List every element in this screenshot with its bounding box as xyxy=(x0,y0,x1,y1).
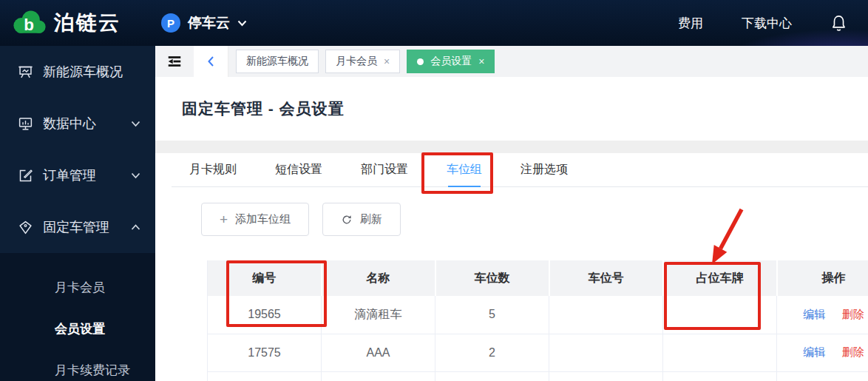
notification-bell-icon[interactable] xyxy=(830,14,847,33)
tab-monthly-card-rules[interactable]: 月卡规则 xyxy=(189,153,237,186)
tab-registration-options[interactable]: 注册选项 xyxy=(521,153,568,186)
tab-label: 部门设置 xyxy=(361,162,408,178)
tab-label: 新能源车概况 xyxy=(246,55,308,68)
cell-actions: 编辑 删除 xyxy=(777,334,868,371)
sidebar-item-order-management[interactable]: 订单管理 xyxy=(0,149,155,201)
table-row: 19565 滴滴租车 5 编辑 删除 xyxy=(208,296,868,334)
brand-name: 泊链云 xyxy=(54,9,121,37)
page-title: 固定车管理 - 会员设置 xyxy=(182,98,345,119)
plus-icon: + xyxy=(220,212,228,226)
table-row-partial xyxy=(208,371,868,381)
cell-occupy-plate xyxy=(663,296,777,334)
header-nav: 费用 下载中心 xyxy=(678,14,868,33)
cell-occupy-plate xyxy=(663,334,777,371)
add-parking-space-group-button[interactable]: + 添加车位组 xyxy=(201,203,309,236)
edit-link[interactable]: 编辑 xyxy=(803,345,825,358)
cell-space-no xyxy=(549,334,663,371)
tab-ev-overview[interactable]: 新能源车概况 xyxy=(236,50,319,73)
sidebar: 新能源车概况 数据中心 订单管理 xyxy=(0,46,155,381)
collapse-sidebar-button[interactable] xyxy=(155,46,194,77)
tab-department-settings[interactable]: 部门设置 xyxy=(361,153,408,186)
edit-link[interactable]: 编辑 xyxy=(803,308,825,320)
tab-label: 注册选项 xyxy=(521,162,568,178)
tab-parking-space-group[interactable]: 车位组 xyxy=(447,153,482,186)
submenu-item-label: 会员设置 xyxy=(55,320,105,337)
sidebar-item-label: 数据中心 xyxy=(43,115,96,132)
page-title-bar: 固定车管理 - 会员设置 xyxy=(155,77,868,141)
section-divider xyxy=(155,141,868,153)
tab-label: 月卡会员 xyxy=(336,55,377,68)
sidebar-item-label: 固定车管理 xyxy=(43,218,109,236)
column-header-actions: 操作 xyxy=(777,260,868,296)
submenu-item-renewal-records[interactable]: 月卡续费记录 xyxy=(0,349,155,381)
chevron-down-icon xyxy=(237,20,247,27)
app-switcher[interactable]: P 停车云 xyxy=(161,13,247,33)
sidebar-item-data-center[interactable]: 数据中心 xyxy=(0,98,155,149)
top-header: b 泊链云 P 停车云 费用 下载中心 xyxy=(0,0,868,46)
column-header-occupy-plate: 占位车牌 xyxy=(663,260,777,296)
active-tab-dot-icon xyxy=(417,58,424,65)
settings-tabs: 月卡规则 短信设置 部门设置 车位组 注册选项 xyxy=(172,153,868,187)
tab-label: 车位组 xyxy=(447,162,482,178)
ev-overview-icon xyxy=(18,64,33,80)
sidebar-item-label: 订单管理 xyxy=(43,166,96,184)
app-window: b 泊链云 P 停车云 费用 下载中心 xyxy=(0,0,868,381)
delete-link[interactable]: 删除 xyxy=(842,308,864,320)
tab-sms-settings[interactable]: 短信设置 xyxy=(275,153,322,186)
data-center-icon xyxy=(18,116,33,132)
cell-space-count: 5 xyxy=(435,296,549,334)
close-icon[interactable]: × xyxy=(478,55,484,67)
chevron-left-icon xyxy=(207,55,214,67)
sidebar-submenu: 月卡会员 会员设置 月卡续费记录 xyxy=(0,253,155,381)
cell-code: 19565 xyxy=(208,296,322,334)
open-tabs: 新能源车概况 月卡会员 × 会员设置 × xyxy=(236,50,495,73)
column-header-space-count: 车位数 xyxy=(435,260,549,296)
sidebar-item-label: 新能源车概况 xyxy=(43,63,123,81)
chevron-down-icon xyxy=(131,121,140,127)
main-content: 月卡规则 短信设置 部门设置 车位组 注册选项 + 添加车位组 刷新 xyxy=(155,153,868,381)
nav-fees[interactable]: 费用 xyxy=(678,15,703,32)
submenu-item-label: 月卡会员 xyxy=(55,279,105,296)
cloud-b-logo-icon: b xyxy=(10,9,49,37)
column-header-space-no: 车位号 xyxy=(549,260,663,296)
close-icon[interactable]: × xyxy=(384,55,390,67)
button-label: 添加车位组 xyxy=(235,212,291,226)
submenu-item-member-settings[interactable]: 会员设置 xyxy=(0,308,155,349)
brand-logo: b 泊链云 xyxy=(0,9,157,37)
cell-space-count: 2 xyxy=(435,334,549,371)
parking-space-group-table: 编号 名称 车位数 车位号 占位车牌 操作 19565 滴滴租车 5 xyxy=(207,260,868,381)
app-badge-icon: P xyxy=(161,13,180,33)
column-header-code: 编号 xyxy=(208,260,322,296)
tab-member-settings[interactable]: 会员设置 × xyxy=(407,50,495,73)
table-toolbar: + 添加车位组 刷新 xyxy=(155,187,868,236)
column-header-name: 名称 xyxy=(322,260,435,296)
delete-link[interactable]: 删除 xyxy=(842,345,864,358)
cell-space-no xyxy=(549,296,663,334)
submenu-item-monthly-card-members[interactable]: 月卡会员 xyxy=(0,266,155,308)
chevron-up-icon xyxy=(131,224,140,231)
refresh-icon xyxy=(341,214,353,226)
submenu-item-label: 月卡续费记录 xyxy=(55,362,130,379)
sidebar-item-fixed-vehicle[interactable]: 固定车管理 xyxy=(0,201,155,253)
app-name: 停车云 xyxy=(188,13,230,33)
tabs-scroll-left-button[interactable] xyxy=(194,46,228,77)
tab-monthly-card-members[interactable]: 月卡会员 × xyxy=(325,50,400,73)
table-row: 17575 AAA 2 编辑 删除 xyxy=(208,334,868,371)
tab-label: 月卡规则 xyxy=(189,162,237,178)
cell-name: AAA xyxy=(322,334,435,371)
cell-name: 滴滴租车 xyxy=(322,296,435,334)
refresh-button[interactable]: 刷新 xyxy=(322,203,401,236)
table-header-row: 编号 名称 车位数 车位号 占位车牌 操作 xyxy=(208,260,868,296)
svg-text:b: b xyxy=(24,16,34,34)
chevron-down-icon xyxy=(131,172,140,179)
sidebar-item-ev-overview[interactable]: 新能源车概况 xyxy=(0,46,155,98)
open-tabs-bar: 新能源车概况 月卡会员 × 会员设置 × xyxy=(155,46,868,77)
nav-download-center[interactable]: 下载中心 xyxy=(742,15,792,32)
fixed-vehicle-icon xyxy=(18,220,33,235)
collapse-sidebar-icon xyxy=(166,53,183,70)
cell-actions: 编辑 删除 xyxy=(777,296,868,334)
button-label: 刷新 xyxy=(360,212,382,226)
tab-label: 短信设置 xyxy=(275,162,322,178)
order-management-icon xyxy=(18,168,33,183)
tab-label: 会员设置 xyxy=(430,55,472,68)
